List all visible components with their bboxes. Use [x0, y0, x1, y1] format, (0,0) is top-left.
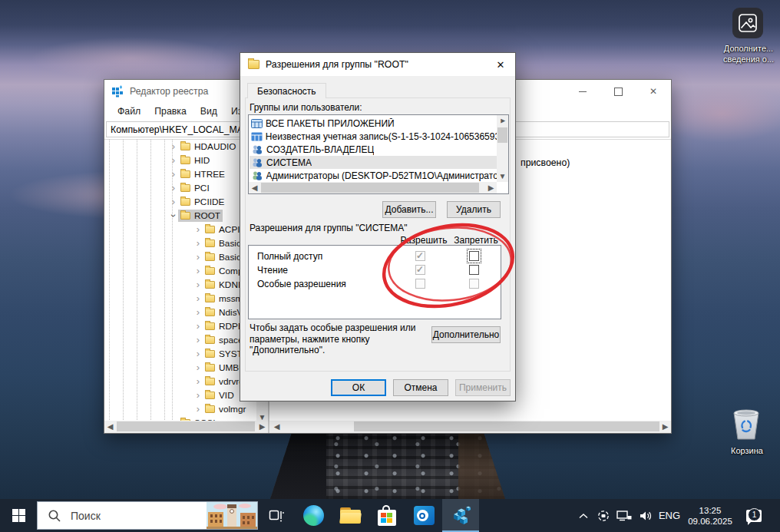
expand-chevron-icon[interactable]: › — [169, 183, 178, 193]
registry-value-fragment: присвоено) — [521, 157, 570, 168]
deny-full-control-checkbox[interactable] — [469, 251, 479, 261]
regedit-icon — [451, 506, 471, 526]
expand-chevron-icon[interactable]: › — [193, 391, 203, 400]
expand-chevron-icon[interactable]: › — [193, 253, 203, 262]
ok-button[interactable]: ОК — [331, 379, 386, 396]
users-icon — [251, 144, 263, 154]
groups-list[interactable]: ВСЕ ПАКЕТЫ ПРИЛОЖЕНИЙ Неизвестная учетна… — [248, 114, 509, 194]
search-input[interactable]: Поиск — [37, 501, 258, 530]
close-button[interactable]: ✕ — [636, 80, 671, 103]
menu-file[interactable]: Файл — [111, 106, 147, 117]
expand-chevron-icon[interactable]: › — [193, 405, 203, 414]
permission-read-label: Чтение — [257, 265, 288, 276]
folder-icon — [205, 226, 215, 233]
apply-button: Применить — [455, 379, 511, 396]
expand-chevron-icon[interactable]: › — [169, 170, 178, 179]
expand-chevron-icon[interactable]: › — [193, 266, 203, 276]
minimize-button[interactable] — [565, 80, 600, 103]
values-horizontal-scrollbar[interactable]: ◀ ▶ — [269, 421, 671, 433]
outlook-icon — [414, 506, 435, 525]
show-hidden-icons-button[interactable] — [574, 499, 593, 532]
language-indicator[interactable]: ENG — [656, 499, 683, 532]
regedit-taskbar-button[interactable] — [442, 499, 479, 532]
allow-column-header: Разрешить — [398, 235, 450, 246]
search-highlight-image[interactable] — [207, 501, 257, 530]
users-icon — [251, 157, 263, 167]
deny-column-header: Запретить — [450, 235, 502, 246]
network-icon — [616, 510, 632, 522]
remove-button[interactable]: Удалить — [447, 201, 501, 218]
cast-tray-button[interactable] — [594, 499, 613, 532]
clock-date: 09.06.2025 — [688, 516, 732, 527]
expand-chevron-icon[interactable]: › — [193, 225, 203, 234]
recycle-bin-label[interactable]: Корзина — [714, 445, 780, 456]
regedit-window-title: Редактор реестра — [130, 86, 208, 97]
expand-chevron-icon[interactable]: › — [193, 294, 203, 303]
folder-icon — [180, 212, 190, 220]
folder-icon — [205, 253, 215, 261]
volume-tray-button[interactable] — [636, 499, 656, 532]
search-icon — [48, 509, 61, 523]
start-button[interactable] — [0, 499, 37, 532]
folder-icon — [205, 240, 215, 247]
folder-icon — [205, 295, 215, 302]
app-packages-icon — [251, 119, 263, 128]
notification-center-button[interactable]: 1 — [737, 499, 771, 532]
list-vertical-scrollbar[interactable]: ▼ ▼ — [497, 115, 508, 182]
list-item[interactable]: Неизвестная учетная запись(S-1-15-3-1024… — [250, 130, 497, 143]
notification-badge: 1 — [748, 508, 761, 521]
menu-edit[interactable]: Правка — [147, 106, 193, 117]
network-tray-button[interactable] — [614, 499, 634, 532]
expand-chevron-icon[interactable]: › — [193, 363, 203, 372]
deny-read-checkbox[interactable] — [469, 265, 479, 275]
folder-icon — [205, 350, 215, 358]
expand-chevron-icon[interactable]: › — [193, 239, 203, 248]
expand-chevron-icon[interactable]: › — [193, 377, 203, 386]
expand-chevron-icon[interactable]: › — [169, 197, 178, 207]
list-item[interactable]: Администраторы (DESKTOP-D52TM1O\Админист… — [250, 169, 497, 182]
expand-chevron-icon[interactable]: › — [169, 156, 178, 165]
folder-icon — [180, 157, 190, 164]
list-horizontal-scrollbar[interactable]: ◀ ▶ — [249, 182, 497, 193]
dialog-titlebar[interactable]: Разрешения для группы "ROOT" ✕ — [240, 53, 515, 76]
file-explorer-button[interactable] — [332, 499, 369, 532]
list-item[interactable]: СОЗДАТЕЛЬ-ВЛАДЕЛЕЦ — [250, 143, 497, 156]
cancel-button[interactable]: Отмена — [393, 379, 448, 396]
folder-icon — [180, 170, 190, 178]
tree-item[interactable]: ›volmgr — [104, 402, 268, 416]
allow-read-checkbox — [415, 265, 425, 275]
folder-icon — [205, 309, 215, 316]
expand-chevron-icon[interactable]: › — [193, 349, 203, 359]
allow-special-checkbox — [415, 279, 425, 289]
edge-button[interactable] — [295, 499, 332, 532]
taskbar-clock[interactable]: 13:25 09.06.2025 — [683, 499, 737, 532]
recycle-bin-icon[interactable] — [728, 404, 765, 444]
expand-chevron-icon[interactable]: › — [193, 335, 203, 345]
tab-security[interactable]: Безопасность — [247, 83, 326, 98]
dialog-close-button[interactable]: ✕ — [486, 53, 515, 76]
taskbar: Поиск — [0, 499, 780, 532]
permissions-dialog: Разрешения для группы "ROOT" ✕ Безопасно… — [240, 52, 516, 401]
advanced-button[interactable]: Дополнительно — [431, 326, 501, 343]
file-explorer-icon — [340, 507, 361, 524]
list-item-selected[interactable]: СИСТЕМА — [250, 156, 497, 169]
permissions-label: Разрешения для группы "СИСТЕМА" — [250, 223, 408, 233]
collapse-chevron-icon[interactable]: › — [169, 211, 178, 220]
photo-icon — [738, 13, 758, 33]
maximize-button[interactable] — [600, 80, 636, 103]
expand-chevron-icon[interactable]: › — [193, 308, 203, 317]
allow-full-control-checkbox — [415, 251, 425, 261]
add-button[interactable]: Добавить... — [382, 201, 436, 218]
expand-chevron-icon[interactable]: › — [193, 280, 203, 289]
tree-horizontal-scrollbar[interactable]: ◀ ▶ — [104, 421, 268, 433]
outlook-button[interactable] — [405, 499, 442, 532]
store-button[interactable] — [369, 499, 405, 532]
desktop-shortcut-info[interactable] — [732, 8, 763, 38]
desktop-shortcut-label[interactable]: Дополните... сведения о... — [710, 43, 780, 64]
groups-label: Группы или пользователи: — [250, 102, 362, 113]
expand-chevron-icon[interactable]: › — [169, 142, 178, 151]
list-item[interactable]: ВСЕ ПАКЕТЫ ПРИЛОЖЕНИЙ — [250, 117, 497, 130]
menu-view[interactable]: Вид — [193, 106, 224, 117]
task-view-button[interactable] — [258, 499, 295, 532]
expand-chevron-icon[interactable]: › — [193, 322, 203, 331]
